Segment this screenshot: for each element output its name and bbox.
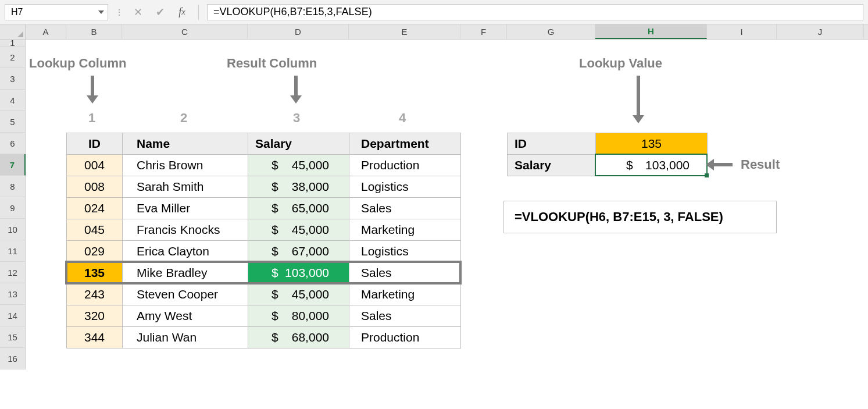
cell-salary[interactable]: $45,000 (248, 284, 349, 305)
cancel-icon[interactable]: ✕ (130, 4, 146, 20)
formula-input[interactable]: =VLOOKUP(H6,B7:E15,3,FALSE) (207, 4, 863, 20)
cell-id[interactable]: 024 (67, 198, 123, 219)
row-header-16[interactable]: 16 (0, 348, 26, 369)
cell-name[interactable]: Francis Knocks (123, 219, 248, 241)
table-header-row: ID Name Salary Department (67, 133, 461, 155)
lookup-salary-label[interactable]: Salary (508, 155, 596, 176)
table-row: 243Steven Cooper$45,000Marketing (67, 284, 461, 305)
cell-dept[interactable]: Production (349, 155, 461, 176)
header-dept[interactable]: Department (349, 133, 461, 155)
table-row: 004Chris Brown$45,000Production (67, 155, 461, 176)
col-index-2: 2 (180, 111, 187, 126)
cell-name[interactable]: Sarah Smith (123, 176, 248, 198)
row-header-2[interactable]: 2 (0, 47, 26, 68)
column-header-J[interactable]: J (777, 24, 864, 39)
cell-name[interactable]: Chris Brown (123, 155, 248, 176)
row-header-8[interactable]: 8 (0, 176, 26, 197)
column-header-D[interactable]: D (248, 24, 349, 39)
cell-name[interactable]: Amy West (123, 305, 248, 327)
header-id[interactable]: ID (67, 133, 123, 155)
row-header-9[interactable]: 9 (0, 197, 26, 219)
row-header-6[interactable]: 6 (0, 133, 26, 154)
header-salary[interactable]: Salary (248, 133, 349, 155)
row-header-13[interactable]: 13 (0, 283, 26, 305)
cell-id[interactable]: 008 (67, 176, 123, 198)
name-box[interactable]: H7 (5, 4, 108, 20)
col-index-3: 3 (293, 111, 300, 126)
column-header-C[interactable]: C (122, 24, 248, 39)
accept-icon[interactable]: ✔ (152, 4, 168, 20)
cell-name[interactable]: Steven Cooper (123, 284, 248, 305)
row-header-10[interactable]: 10 (0, 219, 26, 240)
cell-id[interactable]: 004 (67, 155, 123, 176)
cell-name[interactable]: Erica Clayton (123, 241, 248, 262)
table-row: 024Eva Miller$65,000Sales (67, 198, 461, 219)
cell-dept[interactable]: Sales (349, 198, 461, 219)
lookup-salary-value[interactable]: $ 103,000 (596, 155, 708, 176)
cell-dept[interactable]: Marketing (349, 284, 461, 305)
lookup-id-label[interactable]: ID (508, 133, 596, 155)
data-table[interactable]: ID Name Salary Department 004Chris Brown… (66, 133, 461, 348)
header-name[interactable]: Name (123, 133, 248, 155)
cell-name[interactable]: Eva Miller (123, 198, 248, 219)
arrow-down-icon (91, 76, 94, 97)
cell-id[interactable]: 135 (67, 262, 123, 284)
cell-dept[interactable]: Sales (349, 305, 461, 327)
column-header-A[interactable]: A (26, 24, 66, 39)
cell-dept[interactable]: Production (349, 327, 461, 348)
cell-name[interactable]: Mike Bradley (123, 262, 248, 284)
cell-salary[interactable]: $103,000 (248, 262, 349, 284)
chevron-down-icon[interactable] (98, 10, 104, 14)
cell-dept[interactable]: Sales (349, 262, 461, 284)
cell-dept[interactable]: Marketing (349, 219, 461, 241)
column-header-H[interactable]: H (595, 24, 707, 39)
lookup-id-row: ID 135 (508, 133, 708, 155)
row-header-1[interactable]: 1 (0, 40, 26, 47)
row-header-11[interactable]: 11 (0, 240, 26, 262)
cell-name[interactable]: Julian Wan (123, 327, 248, 348)
cell-salary[interactable]: $45,000 (248, 219, 349, 241)
cell-salary[interactable]: $38,000 (248, 176, 349, 198)
cell-salary[interactable]: $65,000 (248, 198, 349, 219)
row-header-3[interactable]: 3 (0, 68, 26, 90)
lookup-id-value[interactable]: 135 (596, 133, 708, 155)
row-header-5[interactable]: 5 (0, 111, 26, 133)
cell-dept[interactable]: Logistics (349, 241, 461, 262)
lookup-result-row: Salary $ 103,000 (508, 155, 708, 176)
cell-id[interactable]: 320 (67, 305, 123, 327)
cell-salary[interactable]: $68,000 (248, 327, 349, 348)
table-body: 004Chris Brown$45,000Production008Sarah … (67, 155, 461, 348)
divider (198, 5, 199, 20)
row-header-15[interactable]: 15 (0, 326, 26, 348)
cell-salary[interactable]: $67,000 (248, 241, 349, 262)
cell-id[interactable]: 029 (67, 241, 123, 262)
column-header-G[interactable]: G (507, 24, 595, 39)
column-header-F[interactable]: F (460, 24, 507, 39)
column-header-E[interactable]: E (349, 24, 460, 39)
cell-salary[interactable]: $45,000 (248, 155, 349, 176)
cell-id[interactable]: 045 (67, 219, 123, 241)
row-header-12[interactable]: 12 (0, 262, 26, 283)
row-headers: 12345678910111213141516 (0, 40, 26, 369)
lookup-box[interactable]: ID 135 Salary $ 103,000 (507, 133, 708, 176)
fx-icon[interactable]: fx (174, 4, 190, 20)
cell-dept[interactable]: Logistics (349, 176, 461, 198)
table-row: 029Erica Clayton$67,000Logistics (67, 241, 461, 262)
arrow-down-icon (294, 76, 298, 97)
row-header-4[interactable]: 4 (0, 90, 26, 111)
drag-handle-icon[interactable]: ⋮ (114, 8, 124, 17)
label-lookup-column: Lookup Column (29, 56, 126, 71)
row-header-14[interactable]: 14 (0, 305, 26, 326)
cell-salary[interactable]: $80,000 (248, 305, 349, 327)
label-lookup-value: Lookup Value (579, 56, 662, 71)
cells-area[interactable]: Lookup Column Result Column Lookup Value… (26, 40, 868, 369)
select-all-corner[interactable] (0, 24, 26, 40)
cell-id[interactable]: 344 (67, 327, 123, 348)
label-result-column: Result Column (227, 56, 317, 71)
column-header-I[interactable]: I (707, 24, 777, 39)
row-header-7[interactable]: 7 (0, 154, 26, 176)
arrow-left-icon (713, 163, 733, 166)
cell-id[interactable]: 243 (67, 284, 123, 305)
col-index-4: 4 (399, 111, 406, 126)
column-header-B[interactable]: B (66, 24, 122, 39)
